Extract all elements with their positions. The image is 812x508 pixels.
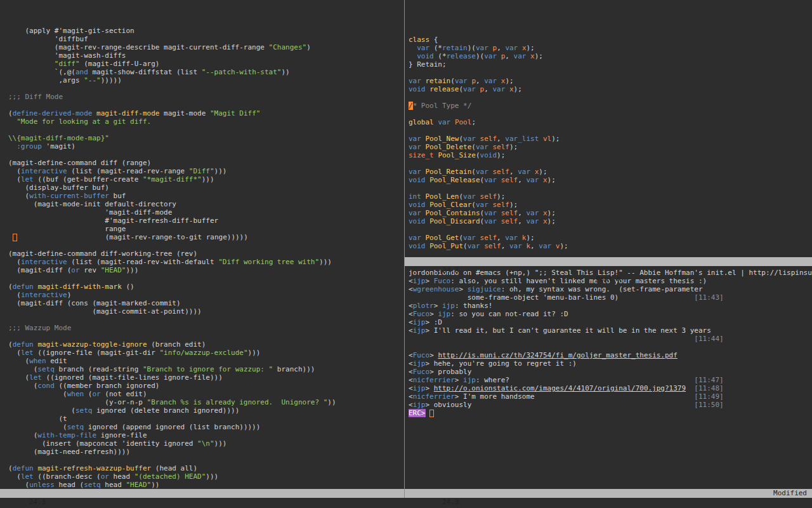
buffer-line: void Pool_Put(var self, var k, var v); [409, 242, 812, 250]
keyword: or [71, 266, 79, 274]
buffer-line [8, 101, 404, 109]
plain-text: , [518, 217, 526, 225]
buffer-line: var retain(var p, var x); [409, 77, 812, 85]
buffer-line: (magit-need-refresh)))) [8, 448, 404, 456]
plain-text: (magit-diff (cons (magit-marked-commit) [8, 299, 181, 307]
function-name: Pool_Release [429, 176, 480, 184]
keyword: and [75, 68, 88, 76]
keyword: var [484, 176, 497, 184]
plain-text: , [518, 209, 526, 217]
variable-name: self [492, 168, 509, 176]
plain-text: ( [450, 77, 455, 85]
function-name: Pool_Clear [429, 201, 471, 209]
modeline-buffer-name: Pool.h [405, 275, 812, 284]
plain-text: > [455, 376, 463, 384]
plain-text: (magit-define-command diff-working-tree … [8, 250, 197, 258]
buffer-line: some-frame-object 'menu-bar-lines 0) [11… [409, 293, 812, 302]
magit-el-buffer[interactable]: (apply #'magit-git-section 'diffbuf (mag… [0, 0, 404, 489]
buffer-line: (let ((ignore-file (magit-git-dir "info/… [8, 349, 404, 357]
erc-emacs-buffer[interactable]: jordonbiondo on #emacs (+np,) ";; Steal … [405, 266, 812, 489]
buffer-line: (defun magit-diff-with-mark () [8, 283, 404, 291]
plain-text [476, 192, 480, 201]
plain-text: 'magit-diff-mode [8, 208, 172, 217]
plain-text: 'diffbuf [8, 35, 88, 43]
pool-h-buffer[interactable]: class { var (*retain)(var p, var x); voi… [405, 0, 812, 257]
keyword: var [539, 242, 551, 250]
keyword: var [476, 168, 488, 176]
buffer-line: } Retain; [409, 60, 812, 69]
keyword: interactive [21, 258, 67, 266]
irc-nick: ijp [438, 310, 450, 318]
plain-text [8, 60, 55, 68]
url-link[interactable]: http://is.muni.cz/th/324754/fi_m/goljer_… [438, 351, 678, 359]
plain-text: ((ignored (magit-file-lines ignore-file)… [42, 373, 223, 382]
plain-text [505, 85, 509, 93]
plain-text: ( [8, 373, 29, 382]
keyword: var [409, 143, 421, 151]
buffer-line: <nicferrier> ijp: where? [11:47] [409, 376, 812, 384]
buffer-line: 'magit-diff-mode [8, 208, 404, 217]
buffer-line: (magit-rev-range-to-git range))))) [8, 233, 404, 241]
buffer-line: (defun magit-refresh-wazzup-buffer (head… [8, 464, 404, 472]
buffer-line [8, 274, 404, 283]
keyword: :group [16, 142, 42, 150]
irc-nick: ijp [413, 359, 426, 368]
plain-text [8, 117, 16, 126]
irc-nick: sigjuice [468, 285, 501, 293]
plain-text [518, 234, 522, 242]
plain-text: > [459, 285, 467, 293]
plain-text [539, 176, 543, 184]
plain-text: ((ignore-file (magit-git-dir [34, 349, 160, 357]
string-literal: "HEAD" [126, 481, 151, 489]
plain-text: ( [8, 192, 29, 200]
keyword: var [468, 242, 480, 250]
plain-text: ( [8, 349, 21, 357]
irc-nick: nicferrier [413, 392, 455, 401]
function-name: Pool_Retain [426, 168, 472, 176]
keyword: void [409, 242, 426, 250]
keyword: var [476, 44, 488, 52]
buffer-line: (magit-define-command diff-working-tree … [8, 250, 404, 258]
plain-text: 'magit-wash-diffs [8, 51, 126, 60]
buffer-line [409, 93, 812, 102]
plain-text: > probably [429, 368, 471, 376]
buffer-line: size_t Pool_Size(void); [409, 151, 812, 159]
url-link[interactable]: http://o.onionstatic.com/images/4/4107/o… [434, 384, 686, 392]
keyword: var_list [505, 135, 539, 143]
irc-nick: Fuco [413, 351, 430, 359]
erc-prompt: ERC> [409, 409, 426, 417]
buffer-line: (when (or (not edit) [8, 390, 404, 398]
keyword: var [505, 44, 518, 52]
plain-text: : so you can not-read it? :D [450, 310, 568, 318]
function-name: magit-diff-with-mark [37, 283, 121, 291]
function-name: global [409, 118, 434, 126]
plain-text: (head all) [151, 464, 197, 472]
keyword: var [509, 242, 522, 250]
plain-text: < [409, 392, 413, 401]
irc-nick: Fuco [413, 310, 430, 318]
function-name: Pool_Put [429, 242, 463, 250]
plain-text: (* [434, 52, 447, 60]
buffer-line: :group 'magit) [8, 142, 404, 150]
plain-text: (magit-rev-range-to-git range))))) [17, 233, 248, 241]
keyword: var [409, 234, 421, 242]
plain-text: > I'll read it, but I can't guarantee it… [426, 326, 711, 335]
keyword: var [484, 52, 497, 60]
variable-name: x [530, 52, 535, 60]
irc-timestamp: [11:50] [694, 401, 723, 409]
keyword: with-current-buffer [29, 192, 109, 200]
string-literal: "Diff working tree with" [218, 258, 319, 266]
keyword: when [29, 357, 46, 365]
plain-text: ); [539, 168, 547, 176]
buffer-line: (magit-rev-range-describe magit-current-… [8, 43, 404, 51]
plain-text: )) [151, 481, 159, 489]
variable-name: x [543, 209, 547, 217]
plain-text: ( [84, 390, 92, 398]
buffer-line: global var Pool; [409, 118, 812, 126]
plain-text: ,args [8, 76, 84, 84]
variable-name: x [543, 176, 547, 184]
plain-text [539, 217, 543, 225]
function-name: Pool_Discard [429, 217, 480, 225]
plain-text: , [501, 242, 509, 250]
plain-text: ( [471, 143, 476, 151]
